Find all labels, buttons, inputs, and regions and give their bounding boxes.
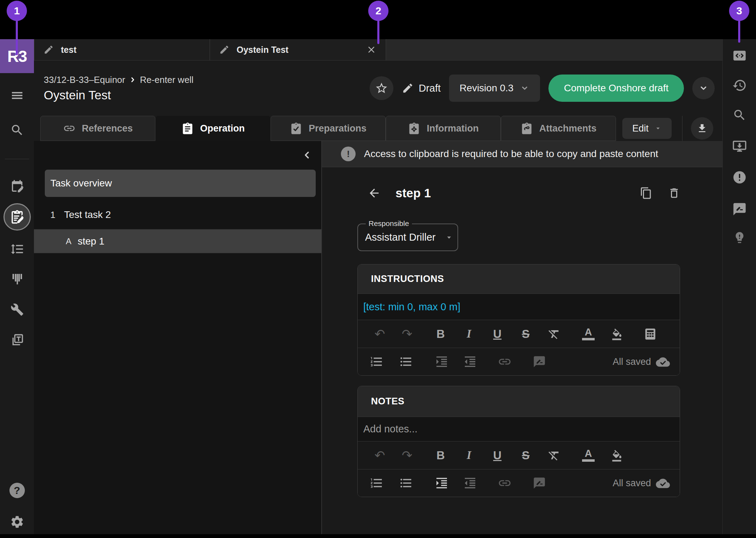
indent-decrease-icon[interactable]	[463, 354, 477, 369]
tab-information[interactable]: Information	[386, 116, 501, 141]
history-icon[interactable]	[732, 78, 747, 93]
redo-icon[interactable]: ↷	[400, 327, 414, 341]
document-tab-test[interactable]: test	[34, 39, 210, 60]
sidebar-item-activity-editor[interactable]	[4, 203, 31, 231]
document-tab-oystein-test[interactable]: Oystein Test	[210, 39, 386, 60]
back-button[interactable]	[368, 186, 381, 200]
status-label: Draft	[419, 83, 441, 94]
edit-mode-dropdown[interactable]: Edit	[622, 118, 672, 139]
back-arrow-icon	[368, 186, 381, 200]
clear-format-icon[interactable]	[547, 448, 561, 463]
trash-icon	[668, 187, 680, 199]
alert-icon[interactable]	[732, 170, 747, 185]
revision-dropdown[interactable]: Revision 0.3	[449, 75, 540, 102]
tab-attachments[interactable]: Attachments	[501, 116, 616, 141]
duplicate-step-button[interactable]	[640, 187, 652, 199]
indent-decrease-icon[interactable]	[463, 476, 477, 490]
calendar-edit-icon[interactable]	[10, 179, 24, 193]
right-sidebar	[722, 39, 756, 534]
step-editor-content: step 1 Responsible	[322, 167, 722, 534]
strikethrough-icon[interactable]: S	[518, 327, 533, 341]
responsible-select[interactable]: Responsible Assistant Driller	[357, 224, 458, 251]
delete-step-button[interactable]	[668, 187, 680, 199]
casing-icon[interactable]	[10, 272, 24, 286]
title-block: 33/12-B-33–Equinor Re-enter well Oystein…	[44, 75, 194, 102]
underline-icon[interactable]: U	[490, 327, 505, 341]
favorite-button[interactable]	[370, 76, 393, 100]
clear-format-icon[interactable]	[547, 327, 561, 341]
breadcrumb-current: Re-enter well	[140, 75, 194, 85]
template-icon[interactable]	[10, 333, 24, 347]
annotation-3: 3	[729, 1, 749, 43]
undo-icon[interactable]: ↶	[372, 327, 387, 341]
font-color-icon[interactable]: A	[581, 327, 596, 341]
lightbulb-icon[interactable]	[733, 231, 746, 244]
underline-icon[interactable]: U	[490, 448, 505, 463]
task-label: Test task 2	[64, 209, 111, 220]
tab-preparations[interactable]: Preparations	[271, 116, 386, 141]
feedback-icon[interactable]	[732, 202, 747, 217]
document-tab-label: Oystein Test	[237, 45, 288, 55]
annotation-3-bubble: 3	[729, 1, 749, 21]
tab-references[interactable]: References	[40, 116, 155, 141]
content-body: Task overview 1 Test task 2 A step 1 ! A…	[34, 141, 722, 534]
cloud-check-icon	[656, 476, 670, 490]
edit-pencil-icon	[219, 44, 230, 55]
download-button[interactable]	[691, 117, 713, 140]
indent-increase-icon[interactable]	[434, 354, 449, 369]
ordered-list-icon[interactable]	[369, 354, 384, 369]
italic-icon[interactable]: I	[462, 448, 476, 463]
instructions-editor[interactable]: [test: min 0, max 0 m]	[358, 294, 680, 320]
help-icon[interactable]: ?	[9, 483, 25, 498]
fill-color-icon[interactable]	[609, 327, 624, 341]
page-header: 33/12-B-33–Equinor Re-enter well Oystein…	[34, 61, 722, 116]
annotation-2-bubble: 2	[368, 1, 388, 21]
comment-edit-icon[interactable]	[532, 354, 547, 369]
link-icon[interactable]	[497, 476, 512, 490]
collapse-panel-button[interactable]	[301, 149, 313, 161]
task-item[interactable]: 1 Test task 2	[34, 204, 321, 226]
task-overview-item[interactable]: Task overview	[45, 170, 316, 197]
complete-onshore-draft-button[interactable]: Complete Onshore draft	[548, 75, 684, 102]
redo-icon[interactable]: ↷	[400, 448, 414, 463]
cloud-check-icon	[656, 355, 670, 369]
search-icon[interactable]	[10, 123, 24, 137]
notes-editor[interactable]: Add notes...	[358, 417, 680, 441]
search-icon[interactable]	[733, 108, 747, 122]
code-panel-icon[interactable]	[732, 48, 747, 63]
line-spacing-icon[interactable]	[10, 242, 24, 256]
bulleted-list-icon[interactable]	[399, 354, 413, 369]
indent-increase-icon[interactable]	[434, 476, 449, 490]
italic-icon[interactable]: I	[462, 327, 476, 341]
task-number: 1	[46, 210, 60, 220]
annotation-1: 1	[7, 1, 27, 55]
menu-icon[interactable]	[10, 89, 24, 102]
save-status: All saved	[612, 476, 680, 490]
gear-icon[interactable]	[10, 515, 24, 529]
notes-placeholder: Add notes...	[363, 423, 418, 435]
more-actions-button[interactable]	[692, 77, 715, 99]
table-icon[interactable]	[643, 327, 658, 341]
tab-operation[interactable]: Operation	[155, 116, 271, 141]
link-icon[interactable]	[497, 354, 512, 369]
undo-icon[interactable]: ↶	[372, 448, 387, 463]
notes-card: NOTES Add notes... ↶ ↷ B I U S	[357, 386, 680, 497]
step-label: step 1	[78, 236, 104, 247]
info-icon: !	[341, 147, 356, 161]
bold-icon[interactable]: B	[433, 327, 448, 341]
font-color-icon[interactable]: A	[581, 448, 596, 463]
bulleted-list-icon[interactable]	[399, 476, 413, 490]
screen-download-icon[interactable]	[732, 139, 747, 154]
bold-icon[interactable]: B	[433, 448, 448, 463]
annotation-1-stem	[16, 20, 18, 55]
close-tab-button[interactable]	[366, 44, 377, 55]
clipboard-gear-icon	[408, 122, 420, 135]
fill-color-icon[interactable]	[609, 448, 624, 463]
tools-icon[interactable]	[10, 303, 24, 316]
step-item-selected[interactable]: A step 1	[34, 229, 321, 253]
ordered-list-icon[interactable]	[369, 476, 384, 490]
close-icon	[366, 44, 377, 55]
strikethrough-icon[interactable]: S	[518, 448, 533, 463]
breadcrumb-root[interactable]: 33/12-B-33–Equinor	[44, 75, 125, 85]
comment-edit-icon[interactable]	[532, 476, 547, 490]
